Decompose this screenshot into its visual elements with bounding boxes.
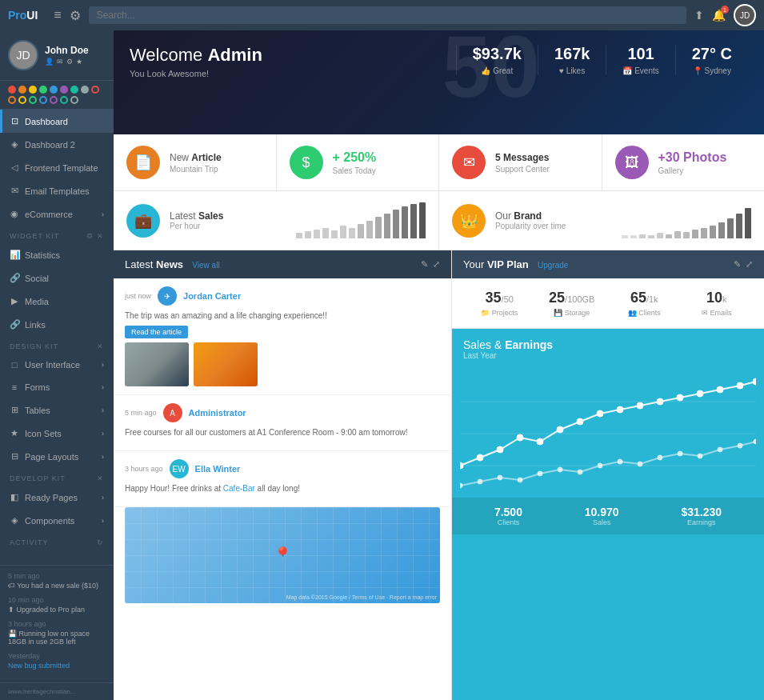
user-icon-4[interactable]: ★ bbox=[76, 58, 82, 66]
sidebar-item-links[interactable]: 🔗 Links bbox=[0, 313, 114, 336]
sidebar-label-media: Media bbox=[25, 297, 49, 306]
sidebar-label-dashboard2: Dashboard 2 bbox=[25, 140, 75, 150]
dot-teal[interactable] bbox=[70, 86, 78, 94]
dot-blue[interactable] bbox=[50, 86, 58, 94]
sidebar-item-readypages[interactable]: ◧ Ready Pages › bbox=[0, 486, 114, 509]
hero-stat-events-value: 101 bbox=[622, 45, 658, 63]
dot-outline-green[interactable] bbox=[29, 96, 37, 104]
notification-badge[interactable]: 🔔1 bbox=[712, 9, 726, 22]
dot-outline-orange[interactable] bbox=[8, 96, 16, 104]
dot-green[interactable] bbox=[39, 86, 47, 94]
map-pin: 📍 bbox=[273, 546, 293, 565]
chart-brand-info: Our Brand Popularity over time bbox=[495, 210, 566, 230]
svg-point-6 bbox=[517, 434, 523, 441]
dot-gray[interactable] bbox=[81, 86, 89, 94]
dot-outline-red[interactable] bbox=[91, 86, 99, 94]
svg-point-28 bbox=[638, 462, 642, 466]
widget-article-info: New Article Mountain Trip bbox=[170, 152, 263, 174]
develop-kit-close-icon[interactable]: ✕ bbox=[97, 474, 104, 482]
vip-expand-icon[interactable]: ⤢ bbox=[746, 259, 753, 270]
dot-outline-yellow[interactable] bbox=[18, 96, 26, 104]
sidebar-label-statistics: Statistics bbox=[25, 250, 60, 260]
dot-yellow[interactable] bbox=[29, 86, 37, 94]
user-avatar[interactable]: JD bbox=[734, 4, 756, 26]
widget-messages: ✉ 5 Messages Support Center bbox=[439, 134, 602, 190]
sidebar-item-dashboard[interactable]: ⊡ Dashboard bbox=[0, 110, 114, 133]
dot-red[interactable] bbox=[8, 86, 16, 94]
bar bbox=[710, 226, 716, 238]
widget-new-article: 📄 New Article Mountain Trip bbox=[114, 134, 277, 190]
sales-earnings-chart: Sales & Earnings Last Year bbox=[452, 329, 764, 700]
dot-outline-purple[interactable] bbox=[50, 96, 58, 104]
sidebar-item-email[interactable]: ✉ Email Templates bbox=[0, 179, 114, 202]
vip-panel: Your VIP Plan Upgrade ✎ ⤢ 35/50 📁 Projec… bbox=[452, 250, 764, 700]
activity-link[interactable]: New bug submitted bbox=[8, 662, 70, 670]
user-icon-1[interactable]: 👤 bbox=[45, 58, 54, 66]
activity-time-2: 10 min ago bbox=[8, 596, 106, 604]
news-view-all[interactable]: View all bbox=[192, 261, 219, 270]
sidebar-item-layouts[interactable]: ⊟ Page Layouts › bbox=[0, 445, 114, 468]
dot-outline-gray[interactable] bbox=[70, 96, 78, 104]
sidebar-item-tables[interactable]: ⊞ Tables › bbox=[0, 398, 114, 422]
dot-purple[interactable] bbox=[60, 86, 68, 94]
activity-item-2: 10 min ago ⬆ Upgraded to Pro plan bbox=[8, 596, 106, 614]
activity-time-1: 5 min ago bbox=[8, 572, 106, 580]
design-kit-close-icon[interactable]: ✕ bbox=[97, 342, 104, 350]
menu-icon[interactable]: ≡ bbox=[54, 8, 61, 22]
search-input[interactable] bbox=[89, 6, 686, 24]
sidebar-item-ecommerce[interactable]: ◉ eCommerce › bbox=[0, 202, 114, 226]
widget-photos-info: +30 Photos Gallery bbox=[658, 150, 752, 175]
cafe-bar-link[interactable]: Cafe-Bar bbox=[223, 484, 255, 493]
sidebar-item-ui[interactable]: □ User Interface › bbox=[0, 354, 114, 376]
svg-point-33 bbox=[738, 443, 742, 448]
chart-sales-info: Latest Sales Per hour bbox=[170, 210, 223, 230]
svg-point-18 bbox=[753, 378, 756, 385]
news-author-1[interactable]: Jordan Carter bbox=[183, 291, 241, 301]
sidebar-item-statistics[interactable]: 📊 Statistics bbox=[0, 243, 114, 266]
user-section: JD John Doe 👤 ✉ ⚙ ★ bbox=[0, 30, 114, 81]
dot-outline-blue[interactable] bbox=[39, 96, 47, 104]
news-author-3[interactable]: Ella Winter bbox=[195, 464, 241, 474]
vip-stat-clients: 65/1k 👥 Clients bbox=[608, 290, 681, 317]
news-read-btn-1[interactable]: Read the article bbox=[125, 326, 188, 338]
sidebar-item-media[interactable]: ▶ Media bbox=[0, 290, 114, 313]
news-item-1-header: just now ✈ Jordan Carter bbox=[125, 286, 440, 306]
bar bbox=[718, 222, 725, 238]
sidebar-item-dashboard2[interactable]: ◈ Dashboard 2 bbox=[0, 133, 114, 156]
svg-point-4 bbox=[477, 454, 483, 461]
activity-refresh-icon[interactable]: ↻ bbox=[97, 538, 104, 546]
svg-point-5 bbox=[497, 446, 503, 453]
chart-sales-bars bbox=[233, 202, 426, 238]
vip-edit-icon[interactable]: ✎ bbox=[734, 259, 741, 270]
svg-point-14 bbox=[677, 394, 683, 401]
svg-point-7 bbox=[537, 438, 543, 445]
sidebar-footer: www.heritagechristian... bbox=[0, 682, 114, 700]
sidebar-item-forms[interactable]: ≡ Forms › bbox=[0, 376, 114, 398]
user-icon-2[interactable]: ✉ bbox=[57, 58, 63, 66]
dot-outline-teal[interactable] bbox=[60, 96, 68, 104]
widget-kit-close-icon[interactable]: ✕ bbox=[97, 232, 104, 240]
news-expand-icon[interactable]: ⤢ bbox=[433, 259, 440, 270]
share-icon[interactable]: ⬆ bbox=[694, 9, 704, 22]
news-item-2: 5 min ago A Administrator Free courses f… bbox=[114, 395, 451, 451]
vip-upgrade-link[interactable]: Upgrade bbox=[538, 261, 568, 270]
user-icon-3[interactable]: ⚙ bbox=[66, 58, 73, 66]
dot-orange[interactable] bbox=[18, 86, 26, 94]
settings-icon[interactable]: ⚙ bbox=[70, 8, 81, 23]
vip-title-text: Your VIP Plan bbox=[463, 258, 529, 270]
main-layout: JD John Doe 👤 ✉ ⚙ ★ bbox=[0, 30, 764, 700]
news-author-2[interactable]: Administrator bbox=[189, 408, 246, 418]
widget-article-title: New Article bbox=[170, 152, 263, 163]
news-edit-icon[interactable]: ✎ bbox=[421, 259, 428, 270]
sidebar-label-components: Components bbox=[25, 516, 74, 526]
svg-point-16 bbox=[717, 386, 723, 393]
sidebar-item-iconsets[interactable]: ★ Icon Sets › bbox=[0, 422, 114, 445]
widget-kit-settings-icon[interactable]: ⚙ bbox=[86, 232, 94, 240]
sidebar-item-components[interactable]: ◈ Components › bbox=[0, 509, 114, 532]
sidebar-item-frontend[interactable]: ◁ Frontend Template bbox=[0, 156, 114, 179]
sidebar-label-links: Links bbox=[25, 320, 46, 330]
svg-point-27 bbox=[618, 459, 622, 464]
news-item-2-header: 5 min ago A Administrator bbox=[125, 403, 440, 422]
svg-point-32 bbox=[718, 447, 722, 452]
sidebar-item-social[interactable]: 🔗 Social bbox=[0, 266, 114, 290]
